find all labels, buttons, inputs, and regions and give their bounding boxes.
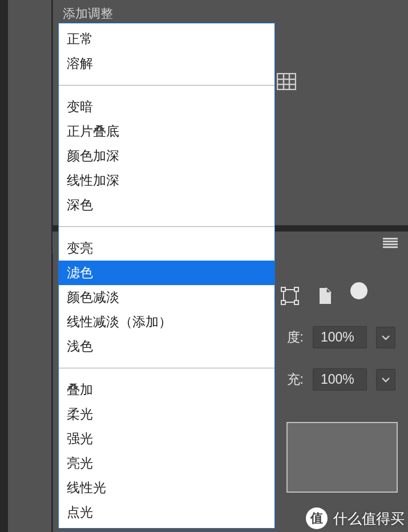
blend-mode-item[interactable]: 亮光 — [59, 451, 274, 476]
menu-separator — [59, 85, 274, 86]
blend-mode-item[interactable]: 柔光 — [59, 402, 274, 427]
blend-mode-item[interactable]: 溶解 — [59, 51, 274, 76]
svg-rect-7 — [294, 287, 298, 291]
panel-divider-light — [52, 0, 53, 532]
fill-input[interactable]: 100% — [313, 368, 367, 391]
left-edge — [0, 0, 8, 532]
adjustments-header: 添加调整 — [63, 5, 113, 22]
blend-mode-item[interactable]: 正片叠底 — [59, 119, 274, 144]
blend-mode-item[interactable]: 颜色减淡 — [59, 285, 274, 310]
blend-mode-item[interactable]: 浅色 — [59, 334, 274, 359]
fill-dropdown-arrow[interactable] — [376, 369, 395, 391]
svg-rect-8 — [281, 300, 285, 304]
blend-mode-item[interactable]: 变亮 — [59, 236, 274, 261]
blend-mode-item[interactable]: 强光 — [59, 427, 274, 451]
blend-mode-item[interactable]: 线性减淡（添加） — [59, 310, 274, 334]
opacity-label: 度: — [287, 328, 304, 346]
svg-rect-6 — [281, 287, 285, 291]
blend-mode-item-selected[interactable]: 滤色 — [59, 261, 274, 285]
grid-icon[interactable] — [277, 73, 296, 90]
toggle-icon[interactable] — [350, 282, 367, 310]
layers-toolbar — [280, 282, 367, 310]
opacity-control: 度: 100% — [287, 326, 395, 348]
blend-mode-item[interactable]: 深色 — [59, 193, 274, 217]
menu-separator — [59, 368, 274, 368]
svg-rect-0 — [277, 74, 296, 90]
svg-rect-9 — [294, 300, 298, 304]
page-icon[interactable] — [315, 286, 336, 306]
blend-mode-item[interactable]: 正常 — [59, 27, 274, 51]
fill-control: 充: 100% — [287, 368, 395, 391]
opacity-dropdown-arrow[interactable] — [376, 327, 395, 348]
blend-mode-dropdown[interactable]: 正常 溶解 变暗 正片叠底 颜色加深 线性加深 深色 变亮 滤色 颜色减淡 线性… — [58, 23, 275, 529]
watermark-text: 什么值得买 — [333, 509, 405, 528]
blend-mode-item[interactable]: 线性加深 — [59, 168, 274, 193]
blend-mode-item[interactable]: 颜色加深 — [59, 144, 274, 168]
layer-thumbnail[interactable] — [286, 422, 398, 493]
opacity-input[interactable]: 100% — [313, 326, 367, 348]
blend-mode-item[interactable]: 线性光 — [59, 476, 274, 500]
fill-label: 充: — [287, 371, 304, 388]
menu-separator — [59, 226, 274, 227]
blend-mode-item[interactable]: 变暗 — [59, 95, 274, 119]
hamburger-menu-icon[interactable] — [383, 238, 398, 248]
blend-mode-item[interactable]: 叠加 — [59, 377, 274, 402]
blend-mode-item[interactable]: 点光 — [59, 500, 274, 525]
watermark: 值 什么值得买 — [302, 505, 408, 532]
watermark-badge-icon: 值 — [306, 507, 328, 529]
transform-icon[interactable] — [280, 286, 300, 306]
